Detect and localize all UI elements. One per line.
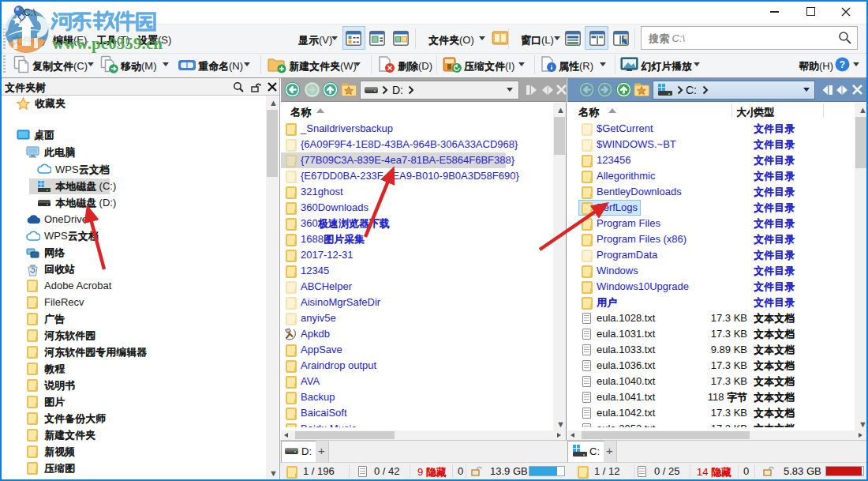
svg-text:?: ? (840, 59, 845, 70)
